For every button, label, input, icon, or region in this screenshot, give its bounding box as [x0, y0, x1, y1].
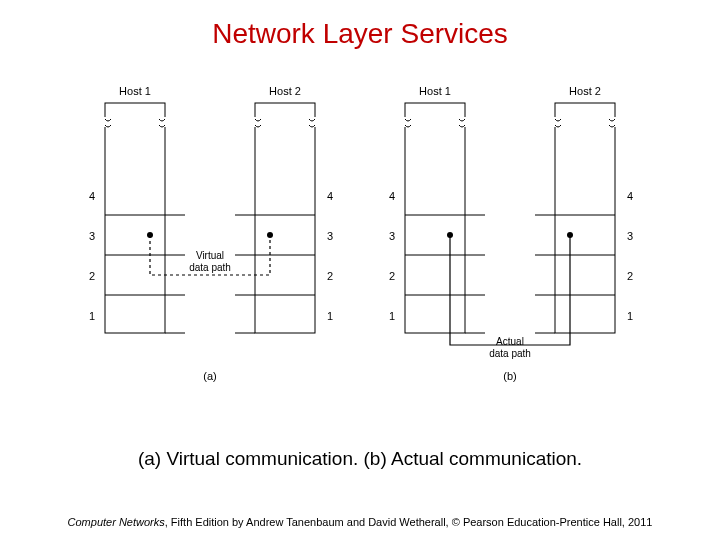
footer-rest: , Fifth Edition by Andrew Tanenbaum and …	[165, 516, 653, 528]
page-title: Network Layer Services	[0, 18, 720, 50]
svg-text:Host 2: Host 2	[569, 85, 601, 97]
svg-rect-1	[103, 117, 167, 127]
svg-rect-39	[555, 103, 615, 333]
host1-label: Host 1	[119, 85, 151, 97]
footer-book-title: Computer Networks	[68, 516, 165, 528]
layer-3: 3	[89, 230, 95, 242]
svg-text:Host 1: Host 1	[419, 85, 451, 97]
diagram-figure: Host 1 4 3 2 1 Host 2 4 3 2 1	[80, 85, 640, 405]
layer-4: 4	[89, 190, 95, 202]
svg-rect-40	[553, 117, 617, 127]
svg-text:1: 1	[627, 310, 633, 322]
panel-a-host1-stack: Host 1 4 3 2 1	[89, 85, 185, 333]
svg-text:4: 4	[389, 190, 395, 202]
figure-caption: (a) Virtual communication. (b) Actual co…	[0, 448, 720, 470]
svg-text:2: 2	[627, 270, 633, 282]
svg-rect-10	[253, 117, 317, 127]
sublabel-b: (b)	[503, 370, 516, 382]
footer-citation: Computer Networks, Fifth Edition by Andr…	[0, 516, 720, 528]
virtual-label-1: Virtual	[196, 250, 224, 261]
panel-a-host2-stack: Host 2 4 3 2 1	[235, 85, 333, 333]
svg-text:3: 3	[327, 230, 333, 242]
svg-text:1: 1	[327, 310, 333, 322]
svg-rect-25	[405, 103, 465, 333]
virtual-label-2: data path	[189, 262, 231, 273]
svg-text:1: 1	[389, 310, 395, 322]
actual-label-1: Actual	[496, 336, 524, 347]
layer-1: 1	[89, 310, 95, 322]
host2-label: Host 2	[269, 85, 301, 97]
svg-rect-9	[255, 103, 315, 333]
panel-b-host1-stack: Host 1 4 3 2 1	[389, 85, 485, 333]
svg-rect-26	[403, 117, 467, 127]
svg-text:2: 2	[389, 270, 395, 282]
svg-text:3: 3	[627, 230, 633, 242]
svg-text:2: 2	[327, 270, 333, 282]
virtual-path: Virtual data path	[147, 232, 273, 275]
svg-text:4: 4	[627, 190, 633, 202]
svg-rect-0	[105, 103, 165, 333]
panel-b-host2-stack: Host 2 4 3 2 1	[535, 85, 633, 333]
svg-text:4: 4	[327, 190, 333, 202]
svg-text:3: 3	[389, 230, 395, 242]
layer-2: 2	[89, 270, 95, 282]
sublabel-a: (a)	[203, 370, 216, 382]
actual-label-2: data path	[489, 348, 531, 359]
